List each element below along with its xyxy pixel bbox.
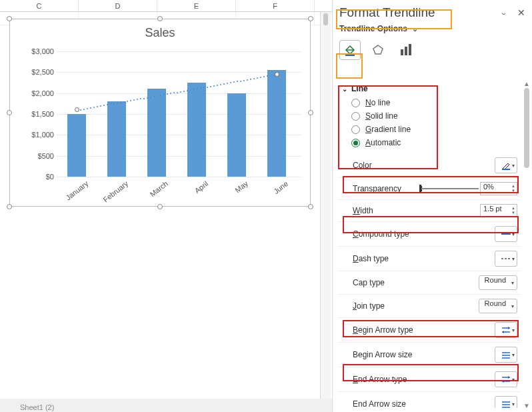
bar-series[interactable] xyxy=(57,51,301,177)
prop-label: Join type xyxy=(353,301,385,311)
radio-icon xyxy=(351,99,360,107)
svg-marker-17 xyxy=(508,376,510,379)
x-tick-label: February xyxy=(101,179,129,204)
compound-type-button[interactable]: ▾ xyxy=(495,226,517,242)
svg-marker-2 xyxy=(373,45,383,54)
panel-scrollbar[interactable]: ▲ ▼ xyxy=(523,81,531,408)
radio-solid-line[interactable]: Solid line xyxy=(338,109,520,123)
dash-line-icon xyxy=(501,255,511,262)
panel-collapse-icon[interactable]: ⌄ xyxy=(500,9,508,16)
panel-subtitle[interactable]: Trendline Options ⌄ xyxy=(333,23,532,37)
worksheet-area[interactable]: C D E F Sales $3,000$2,500$2,000$1,500$1… xyxy=(0,0,332,412)
resize-handle[interactable] xyxy=(7,204,12,209)
panel-subtitle-label: Trendline Options xyxy=(339,24,407,33)
sheet-tabs[interactable]: Sheet1 (2) xyxy=(0,399,332,412)
bar[interactable] xyxy=(187,83,206,177)
end-arrow-type-button[interactable]: ▾ xyxy=(495,371,517,387)
spinner[interactable]: ▲▼ xyxy=(510,183,517,195)
prop-width: Width 1.5 pt▲▼ xyxy=(338,200,520,222)
radio-automatic[interactable]: Automatic xyxy=(338,136,520,149)
scroll-down-icon[interactable]: ▼ xyxy=(523,402,531,409)
chevron-down-icon: ⌄ xyxy=(412,25,418,33)
scroll-up-icon[interactable]: ▲ xyxy=(523,80,531,87)
bar[interactable] xyxy=(227,93,246,177)
svg-rect-5 xyxy=(409,44,411,55)
resize-handle[interactable] xyxy=(308,204,313,209)
single-line-icon xyxy=(501,231,511,237)
resize-handle[interactable] xyxy=(157,16,163,21)
pen-icon xyxy=(501,161,511,170)
begin-arrow-type-button[interactable]: ▾ xyxy=(495,322,517,338)
chevron-down-icon: ⌄ xyxy=(342,85,347,93)
bar[interactable] xyxy=(107,101,126,177)
prop-compound-type: Compound type ▾ xyxy=(338,222,520,247)
cap-type-select[interactable]: Round▾ xyxy=(479,275,517,290)
x-tick-label: June xyxy=(272,179,289,195)
svg-rect-1 xyxy=(345,55,355,56)
col-header[interactable]: C xyxy=(0,0,79,11)
col-header[interactable]: E xyxy=(157,0,236,11)
arrow-type-icon xyxy=(501,375,511,383)
radio-gradient-line[interactable]: Gradient line xyxy=(338,123,520,136)
resize-handle[interactable] xyxy=(308,16,313,21)
bar[interactable] xyxy=(267,70,286,177)
scrollbar-thumb[interactable] xyxy=(323,13,328,25)
prop-begin-arrow-type: Begin Arrow type ▾ xyxy=(338,318,520,343)
radio-no-line[interactable]: No line xyxy=(338,96,520,109)
svg-marker-19 xyxy=(502,380,504,383)
y-tick-label: $1,000 xyxy=(31,131,54,139)
spinner[interactable]: ▲▼ xyxy=(510,205,517,217)
x-tick-label: April xyxy=(193,179,210,195)
radio-label: Gradient line xyxy=(365,125,411,134)
radio-icon xyxy=(351,125,360,134)
close-icon[interactable]: ✕ xyxy=(517,7,525,18)
y-tick-label: $2,000 xyxy=(31,89,54,97)
y-axis[interactable]: $3,000$2,500$2,000$1,500$1,000$500$0 xyxy=(23,51,57,177)
col-header[interactable]: D xyxy=(79,0,157,11)
resize-handle[interactable] xyxy=(157,204,163,209)
sheet-tab[interactable]: Sheet1 (2) xyxy=(16,403,58,411)
bar[interactable] xyxy=(67,114,86,177)
svg-rect-4 xyxy=(405,47,407,55)
svg-marker-10 xyxy=(508,327,510,329)
column-headers: C D E F xyxy=(0,0,332,12)
panel-title: Format Trendline xyxy=(339,5,435,20)
prop-color: Color ▾ xyxy=(338,153,520,178)
tab-effects[interactable] xyxy=(367,40,389,60)
plot-area[interactable]: $3,000$2,500$2,000$1,500$1,000$500$0 Jan… xyxy=(23,51,301,199)
chart-object[interactable]: Sales $3,000$2,500$2,000$1,500$1,000$500… xyxy=(9,19,311,207)
transparency-input[interactable]: 0%▲▼ xyxy=(480,182,517,195)
pentagon-icon xyxy=(371,43,385,57)
bar-chart-icon xyxy=(399,44,413,56)
prop-end-arrow-type: End Arrow type ▾ xyxy=(338,367,520,392)
resize-handle[interactable] xyxy=(7,16,12,21)
y-tick-label: $3,000 xyxy=(31,47,54,55)
width-input[interactable]: 1.5 pt▲▼ xyxy=(480,204,517,217)
radio-icon xyxy=(351,139,360,147)
tab-trendline-options[interactable] xyxy=(395,40,417,60)
transparency-slider[interactable] xyxy=(421,185,479,193)
prop-label: Width xyxy=(353,206,373,215)
y-tick-label: $1,500 xyxy=(31,110,54,118)
x-tick-label: March xyxy=(149,179,169,198)
vertical-scrollbar[interactable] xyxy=(320,12,331,399)
join-type-select[interactable]: Round▾ xyxy=(479,299,517,313)
tab-fill-line[interactable] xyxy=(339,40,361,60)
bar[interactable] xyxy=(147,89,166,177)
panel-body: ⌄ Line No line Solid line Gradient line … xyxy=(338,81,532,408)
color-picker-button[interactable]: ▾ xyxy=(495,157,517,173)
chart-title[interactable]: Sales xyxy=(10,19,310,44)
end-arrow-size-button[interactable]: ▾ xyxy=(495,396,517,408)
y-tick-label: $2,500 xyxy=(31,68,54,76)
prop-label: Color xyxy=(353,161,372,170)
radio-icon xyxy=(351,112,360,121)
col-header[interactable]: F xyxy=(236,0,315,11)
paint-bucket-icon xyxy=(343,43,357,57)
resize-handle[interactable] xyxy=(7,110,12,115)
scrollbar-thumb[interactable] xyxy=(524,88,529,168)
x-axis[interactable]: JanuaryFebruaryMarchAprilMayJune xyxy=(57,177,301,199)
line-section-header[interactable]: ⌄ Line xyxy=(338,81,520,96)
resize-handle[interactable] xyxy=(308,110,313,115)
begin-arrow-size-button[interactable]: ▾ xyxy=(495,347,517,363)
dash-type-button[interactable]: ▾ xyxy=(495,251,517,267)
